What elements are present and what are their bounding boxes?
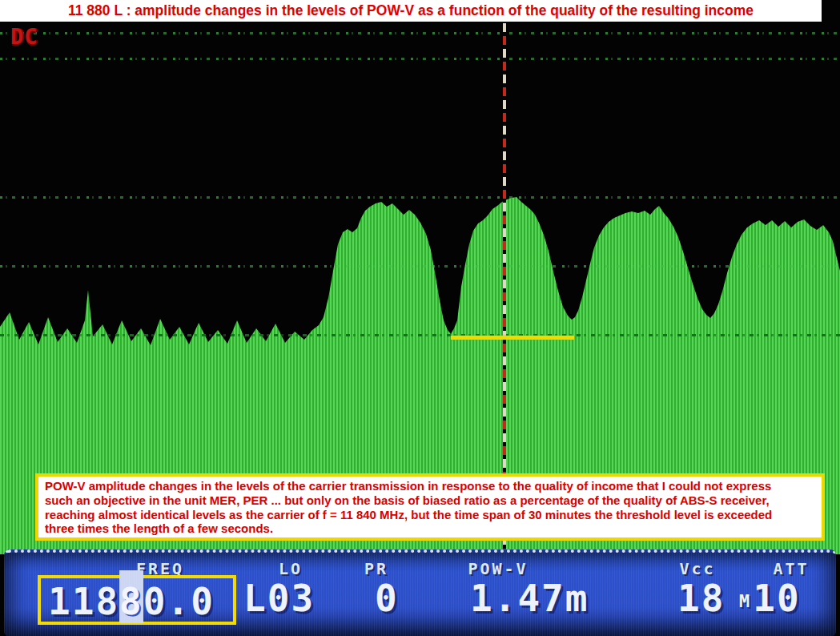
freq-digits-pre: 118 [48,580,119,623]
powv-label: POW-V [468,559,528,578]
graticule-row [0,196,840,199]
lo-value: L03 [243,580,315,617]
graticule-row [0,265,840,268]
freq-value-box[interactable]: 11880.0 [38,575,236,625]
graticule-row [0,32,840,34]
graticule-row-reference [0,334,840,336]
att-value: M10 [739,580,801,624]
annotation-line: three times the length of a few seconds. [45,521,814,536]
vcc-label: Vcc [679,559,715,578]
annotation-line: POW-V amplitude changes in the levels of… [45,479,814,493]
att-label: ATT [773,559,809,578]
status-bar: FREQ LO PR POW-V Vcc ATT 11880.0 L03 0 1… [4,549,836,636]
annotation-line: reaching almost identical levels as the … [45,508,814,522]
page-title: 11 880 L : amplitude changes in the leve… [68,2,754,19]
analyzer-screen: DC 11 880 L : amplitude changes in the l… [0,0,840,636]
freq-digits-post: 0.0 [143,580,215,623]
title-banner: 11 880 L : amplitude changes in the leve… [0,0,822,22]
frequency-marker-line [503,23,506,551]
vcc-value: 18 [677,580,725,617]
powv-value: 1.47m [470,580,589,617]
lo-label: LO [279,559,303,578]
att-mode-prefix: M [739,591,750,611]
dc-indicator: DC [10,24,38,49]
graticule-row [0,58,840,60]
pr-value: 0 [375,580,399,617]
att-number: 10 [753,577,800,620]
freq-value[interactable]: 11880.0 [48,583,215,620]
annotation-line: such an objective in the unit MER, PER .… [45,493,814,508]
level-marker-line [451,336,574,340]
freq-cursor-digit[interactable]: 8 [119,580,143,623]
pr-label: PR [364,559,388,578]
annotation-box: POW-V amplitude changes in the levels of… [35,473,825,541]
